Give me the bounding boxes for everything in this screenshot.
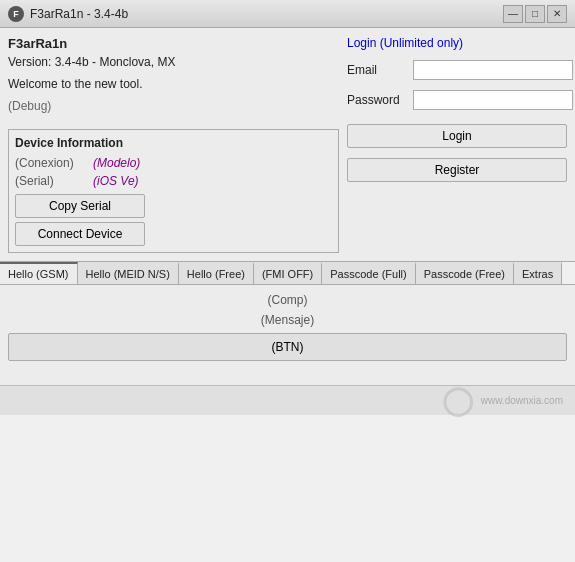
password-row: Password (347, 90, 567, 110)
maximize-button[interactable]: □ (525, 5, 545, 23)
tab-hello-meid[interactable]: Hello (MEID N/S) (78, 262, 179, 284)
minimize-button[interactable]: — (503, 5, 523, 23)
app-icon-letter: F (13, 9, 19, 19)
app-welcome: Welcome to the new tool. (8, 77, 339, 91)
login-button[interactable]: Login (347, 124, 567, 148)
tab-passcode-free[interactable]: Passcode (Free) (416, 262, 514, 284)
app-version: Version: 3.4-4b - Monclova, MX (8, 55, 339, 69)
password-input[interactable] (413, 90, 573, 110)
app-name: F3arRa1n (8, 36, 339, 51)
copy-serial-button[interactable]: Copy Serial (15, 194, 145, 218)
tab-extras[interactable]: Extras (514, 262, 562, 284)
device-row-1: (Conexion) (Modelo) (15, 156, 332, 170)
tabs-bar: Hello (GSM) Hello (MEID N/S) Hello (Free… (0, 261, 575, 285)
mensaje-text: (Mensaje) (261, 313, 314, 327)
device-info-section: Device Information (Conexion) (Modelo) (… (8, 129, 339, 253)
left-panel: F3arRa1n Version: 3.4-4b - Monclova, MX … (8, 36, 339, 253)
title-bar: F F3arRa1n - 3.4-4b — □ ✕ (0, 0, 575, 28)
bottom-content: (Comp) (Mensaje) (BTN) (0, 285, 575, 385)
watermark-logo-icon: ◯ (442, 384, 473, 417)
tab-passcode-full[interactable]: Passcode (Full) (322, 262, 415, 284)
main-action-button[interactable]: (BTN) (8, 333, 567, 361)
email-input[interactable] (413, 60, 573, 80)
watermark-bar: ◯ www.downxia.com (0, 385, 575, 415)
top-section: F3arRa1n Version: 3.4-4b - Monclova, MX … (0, 28, 575, 261)
email-label: Email (347, 63, 407, 77)
window-controls: — □ ✕ (503, 5, 567, 23)
ios-value: (iOS Ve) (93, 174, 139, 188)
window-title: F3arRa1n - 3.4-4b (30, 7, 128, 21)
device-row-2: (Serial) (iOS Ve) (15, 174, 332, 188)
connect-device-button[interactable]: Connect Device (15, 222, 145, 246)
right-panel: Login (Unlimited only) Email Password Lo… (347, 36, 567, 253)
serial-label: (Serial) (15, 174, 85, 188)
app-icon: F (8, 6, 24, 22)
tab-fmi-off[interactable]: (FMI OFF) (254, 262, 322, 284)
tab-hello-gsm[interactable]: Hello (GSM) (0, 262, 78, 284)
modelo-value: (Modelo) (93, 156, 140, 170)
email-row: Email (347, 60, 567, 80)
password-label: Password (347, 93, 407, 107)
device-info-title: Device Information (15, 136, 332, 150)
app-debug: (Debug) (8, 99, 339, 113)
close-button[interactable]: ✕ (547, 5, 567, 23)
conexion-label: (Conexion) (15, 156, 85, 170)
login-title: Login (Unlimited only) (347, 36, 567, 50)
register-button[interactable]: Register (347, 158, 567, 182)
watermark-url: www.downxia.com (481, 395, 563, 406)
comp-text: (Comp) (267, 293, 307, 307)
tab-hello-free[interactable]: Hello (Free) (179, 262, 254, 284)
title-bar-left: F F3arRa1n - 3.4-4b (8, 6, 128, 22)
